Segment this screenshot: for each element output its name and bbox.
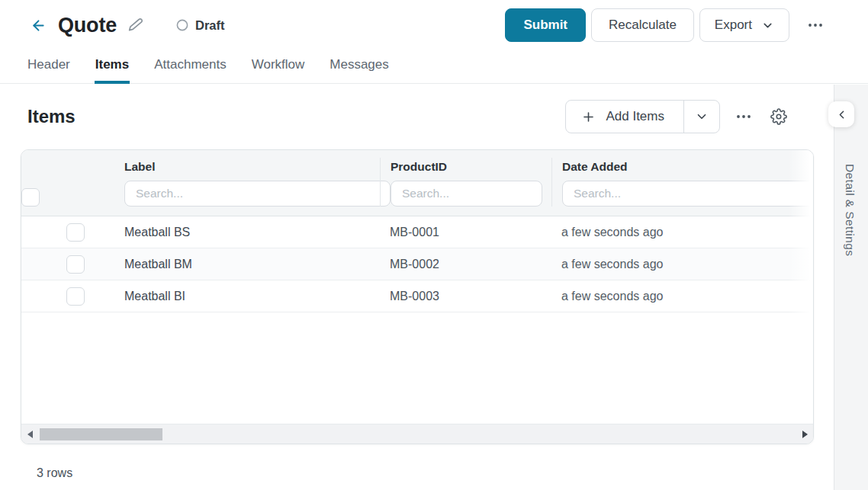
table-body: Meatball BS MB-0001 a few seconds ago Me… bbox=[21, 216, 813, 312]
triangle-left-icon bbox=[27, 431, 33, 438]
date-added-search-input[interactable] bbox=[562, 181, 814, 207]
select-all-checkbox[interactable] bbox=[21, 188, 40, 207]
chevron-down-icon bbox=[761, 19, 774, 32]
table-row[interactable]: Meatball BI MB-0003 a few seconds ago bbox=[21, 280, 813, 312]
column-productid: ProductID bbox=[380, 158, 551, 207]
tab-messages[interactable]: Messages bbox=[329, 47, 389, 84]
items-section-header: Items Add Items bbox=[27, 100, 790, 133]
column-label: Label bbox=[104, 158, 380, 207]
submit-button[interactable]: Submit bbox=[505, 8, 586, 42]
row-select-cell bbox=[21, 255, 104, 274]
gear-icon bbox=[770, 108, 787, 125]
cell-productid: MB-0003 bbox=[380, 290, 551, 303]
export-button[interactable]: Export bbox=[699, 8, 789, 42]
plus-icon bbox=[581, 110, 596, 124]
chevron-down-icon bbox=[695, 110, 709, 123]
more-actions-button[interactable] bbox=[804, 14, 827, 37]
cell-label: Meatball BI bbox=[104, 290, 380, 303]
page-title: Quote bbox=[58, 14, 117, 37]
section-title: Items bbox=[27, 106, 76, 127]
row-checkbox[interactable] bbox=[66, 287, 85, 306]
column-header-label: Label bbox=[124, 158, 155, 175]
cell-productid: MB-0002 bbox=[380, 258, 551, 271]
triangle-right-icon bbox=[802, 431, 808, 438]
table-row[interactable]: Meatball BS MB-0001 a few seconds ago bbox=[21, 216, 813, 248]
tab-items[interactable]: Items bbox=[95, 47, 130, 84]
column-header-label: ProductID bbox=[391, 158, 447, 175]
ellipsis-icon bbox=[735, 107, 753, 126]
topbar-row: Quote Draft Submit Recalculate Export bbox=[29, 8, 827, 43]
add-items-dropdown-button[interactable] bbox=[683, 101, 719, 133]
horizontal-scrollbar bbox=[21, 424, 813, 444]
scrollbar-thumb[interactable] bbox=[40, 428, 162, 440]
row-checkbox[interactable] bbox=[66, 223, 85, 242]
table-empty-area bbox=[21, 312, 813, 424]
status-label: Draft bbox=[195, 18, 225, 33]
arrow-left-icon bbox=[31, 18, 47, 34]
cell-label: Meatball BM bbox=[104, 258, 380, 271]
cell-date-added: a few seconds ago bbox=[551, 258, 813, 271]
items-table: Label ProductID Date Added Meatball BS M… bbox=[21, 149, 814, 444]
table-more-button[interactable] bbox=[732, 105, 755, 128]
table-row[interactable]: Meatball BM MB-0002 a few seconds ago bbox=[21, 248, 813, 280]
topbar: Quote Draft Submit Recalculate Export bbox=[0, 0, 868, 84]
tab-header[interactable]: Header bbox=[27, 47, 71, 84]
label-search-input[interactable] bbox=[124, 181, 391, 207]
tab-attachments[interactable]: Attachments bbox=[153, 47, 227, 84]
items-toolbar: Add Items bbox=[565, 100, 790, 133]
pencil-icon bbox=[128, 18, 143, 33]
status-badge: Draft bbox=[176, 18, 225, 33]
row-select-cell bbox=[21, 223, 104, 242]
scroll-right-button[interactable] bbox=[796, 424, 813, 444]
detail-settings-panel-collapsed: Detail & Settings bbox=[834, 85, 868, 490]
select-all-cell bbox=[21, 158, 104, 207]
cell-date-added: a few seconds ago bbox=[551, 226, 813, 239]
add-items-label: Add Items bbox=[606, 109, 664, 124]
chevron-left-icon bbox=[835, 108, 848, 121]
productid-search-input[interactable] bbox=[391, 181, 542, 207]
panel-title: Detail & Settings bbox=[843, 164, 857, 256]
recalculate-button[interactable]: Recalculate bbox=[591, 8, 694, 42]
panel-expand-button[interactable] bbox=[828, 101, 854, 127]
add-items-button[interactable]: Add Items bbox=[566, 101, 683, 133]
column-date-added: Date Added bbox=[551, 158, 814, 207]
row-checkbox[interactable] bbox=[66, 255, 85, 274]
cell-productid: MB-0001 bbox=[380, 226, 551, 239]
row-count: 3 rows bbox=[37, 466, 72, 480]
tab-workflow[interactable]: Workflow bbox=[251, 47, 306, 84]
add-items-split-button: Add Items bbox=[565, 100, 720, 133]
tab-bar: Header Items Attachments Workflow Messag… bbox=[27, 47, 390, 84]
scrollbar-track[interactable] bbox=[38, 424, 796, 444]
scroll-left-button[interactable] bbox=[21, 424, 38, 444]
cell-date-added: a few seconds ago bbox=[551, 290, 813, 303]
edit-title-button[interactable] bbox=[127, 16, 145, 34]
topbar-actions: Submit Recalculate Export bbox=[505, 8, 827, 42]
back-button[interactable] bbox=[29, 16, 47, 34]
column-header-label: Date Added bbox=[562, 158, 628, 175]
table-header-row: Label ProductID Date Added bbox=[21, 150, 813, 216]
ellipsis-icon bbox=[806, 16, 825, 34]
table-settings-button[interactable] bbox=[767, 105, 790, 128]
row-select-cell bbox=[21, 287, 104, 306]
status-circle-icon bbox=[176, 19, 188, 31]
export-label: Export bbox=[715, 18, 752, 33]
cell-label: Meatball BS bbox=[104, 226, 380, 239]
